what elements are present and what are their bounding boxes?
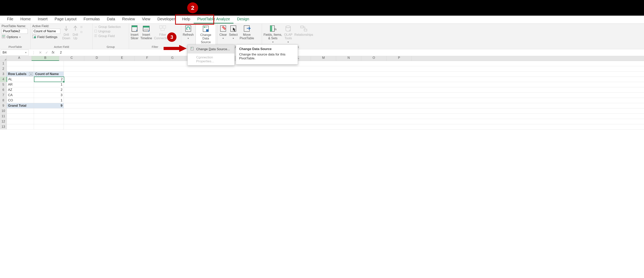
row-header-1[interactable]: 1	[0, 61, 7, 66]
cell-A13[interactable]	[7, 124, 34, 129]
insert-timeline-label: InsertTimeline	[140, 33, 152, 40]
insert-slicer-button[interactable]: InsertSlicer	[130, 25, 138, 40]
row-header-8[interactable]: 8	[0, 98, 7, 103]
fbar-expand-icon[interactable]: ⋮	[32, 50, 35, 55]
tab-view[interactable]: View	[138, 16, 154, 24]
title-bar-black: 2	[0, 0, 644, 16]
cell-B9[interactable]: 9	[34, 103, 64, 108]
change-data-source-icon	[202, 25, 210, 33]
cell-B8[interactable]: 1	[34, 98, 64, 103]
annotation-callout-3: 3	[167, 33, 176, 42]
col-header-A[interactable]: A	[7, 56, 32, 61]
tab-page-layout[interactable]: Page Layout	[51, 16, 80, 24]
dropdown-change-data-source[interactable]: Change Data Source...	[188, 45, 234, 54]
tab-file[interactable]: File	[4, 16, 17, 24]
cell-A12[interactable]	[7, 119, 34, 124]
dropdown-connection-properties: Connection Properties...	[188, 54, 234, 65]
insert-function-icon[interactable]: fx	[52, 50, 54, 55]
drill-up-label: DrillUp	[72, 33, 78, 40]
cell-A2[interactable]	[7, 66, 34, 71]
row-header-4[interactable]: 4	[0, 77, 7, 82]
cell-B4[interactable]: 2	[34, 77, 64, 82]
col-header-P[interactable]: P	[386, 56, 412, 61]
col-header-F[interactable]: F	[135, 56, 160, 61]
fields-items-sets-icon: fx	[269, 25, 277, 33]
cell-A10[interactable]	[7, 108, 34, 114]
group-pivottable: PivotTable Name: Options ▾ PivotTable	[0, 24, 31, 49]
cell-B10[interactable]	[34, 108, 64, 114]
name-box[interactable]: B4 ▼	[1, 50, 29, 56]
row-3: 3 Row Labels ▾ Count of Name	[0, 72, 644, 77]
cell-A11[interactable]	[7, 114, 34, 119]
insert-timeline-button[interactable]: InsertTimeline	[140, 25, 152, 40]
cell-A1[interactable]	[7, 61, 34, 66]
row-header-10[interactable]: 10	[0, 108, 7, 114]
row-header-11[interactable]: 11	[0, 114, 7, 119]
tab-formulas[interactable]: Formulas	[80, 16, 103, 24]
col-header-O[interactable]: O	[361, 56, 386, 61]
chevron-down-icon: ▾	[19, 36, 20, 39]
cell-B13[interactable]	[34, 124, 64, 129]
cell-A8[interactable]: CO	[7, 98, 34, 103]
drill-down-button: DrillDown	[62, 25, 70, 40]
svg-rect-20	[204, 27, 205, 28]
col-header-E[interactable]: E	[110, 56, 135, 61]
pivot-filter-dropdown-icon[interactable]: ▾	[29, 72, 32, 76]
row-header-12[interactable]: 12	[0, 119, 7, 124]
cell-A3[interactable]: Row Labels ▾	[7, 72, 34, 77]
change-data-source-button[interactable]: Change DataSource ▾	[196, 25, 216, 48]
tab-home[interactable]: Home	[17, 16, 34, 24]
col-header-D[interactable]: D	[84, 56, 110, 61]
cell-A9[interactable]: Grand Total	[7, 103, 34, 108]
row-header-13[interactable]: 13	[0, 124, 7, 129]
cell-B6[interactable]: 2	[34, 87, 64, 92]
pivottable-options-button[interactable]: Options ▾	[2, 35, 20, 40]
row-header-6[interactable]: 6	[0, 87, 7, 92]
field-settings-button[interactable]: Field Settings	[32, 35, 60, 40]
cell-B3[interactable]: Count of Name	[34, 72, 64, 77]
tab-design[interactable]: Design	[234, 16, 252, 24]
pivottable-name-input[interactable]	[2, 29, 28, 34]
fields-items-sets-button[interactable]: fx Fields, Items,& Sets ▾	[264, 25, 282, 43]
row-header-3[interactable]: 3	[0, 72, 7, 77]
row-4: 4 AL 2	[0, 77, 644, 82]
col-header-M[interactable]: M	[311, 56, 336, 61]
group-group: → Group Selection Ungroup Group Field Gr…	[92, 24, 129, 49]
row-header-5[interactable]: 5	[0, 82, 7, 87]
row-8: 8 CO 1	[0, 98, 644, 103]
svg-rect-2	[4, 36, 4, 36]
cell-B12[interactable]	[34, 119, 64, 124]
tab-developer[interactable]: Developer	[154, 16, 178, 24]
collapse-field-icon	[80, 31, 84, 34]
cell-B5[interactable]: 1	[34, 82, 64, 87]
svg-rect-9	[94, 35, 96, 37]
tab-help[interactable]: Help	[178, 16, 194, 24]
col-header-C[interactable]: C	[59, 56, 84, 61]
move-pivottable-button[interactable]: MovePivotTable	[240, 25, 254, 40]
row-header-7[interactable]: 7	[0, 93, 7, 98]
cell-B1[interactable]	[34, 61, 64, 66]
clear-button[interactable]: Clear ▾	[219, 25, 227, 40]
tab-insert[interactable]: Insert	[34, 16, 51, 24]
active-field-input[interactable]	[32, 29, 60, 34]
pivottable-name-label: PivotTable Name:	[2, 25, 26, 28]
cell-A4[interactable]: AL	[7, 77, 34, 82]
col-header-N[interactable]: N	[336, 56, 361, 61]
row-header-9[interactable]: 9	[0, 103, 7, 108]
cell-B11[interactable]	[34, 114, 64, 119]
cell-A7[interactable]: CA	[7, 93, 34, 98]
select-all-corner[interactable]	[0, 56, 7, 61]
row-header-2[interactable]: 2	[0, 66, 7, 71]
cell-B7[interactable]: 3	[34, 93, 64, 98]
tab-review[interactable]: Review	[119, 16, 138, 24]
cell-A6[interactable]: AZ	[7, 87, 34, 92]
col-header-G[interactable]: G	[160, 56, 185, 61]
select-button[interactable]: Select ▾	[229, 25, 238, 40]
formula-bar-value[interactable]: 2	[56, 51, 62, 55]
col-header-B[interactable]: B	[32, 56, 59, 61]
cell-A5[interactable]: AR	[7, 82, 34, 87]
tab-pivottable-analyze[interactable]: PivotTable Analyze	[194, 16, 234, 24]
refresh-button[interactable]: Refresh ▾	[183, 25, 194, 40]
cell-B2[interactable]	[34, 66, 64, 71]
tab-data[interactable]: Data	[103, 16, 118, 24]
